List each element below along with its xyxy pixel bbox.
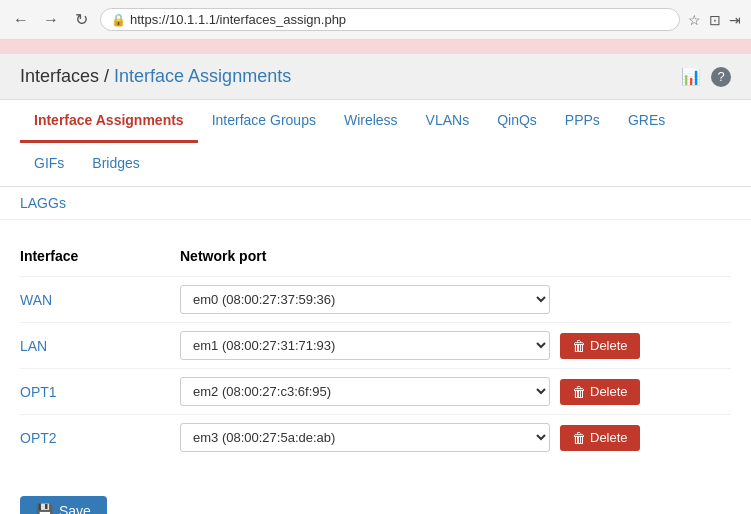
back-button[interactable]: ← (10, 9, 32, 31)
chart-icon[interactable]: 📊 (681, 67, 701, 87)
delete-label: Delete (590, 338, 628, 353)
reload-button[interactable]: ↻ (70, 9, 92, 31)
port-select-opt1[interactable]: em2 (08:00:27:c3:6f:95) (180, 377, 550, 406)
delete-button-lan[interactable]: 🗑Delete (560, 333, 640, 359)
sub-tabs: LAGGs (0, 187, 751, 220)
browser-actions: ☆ ⊡ ⇥ (688, 12, 741, 28)
tab-gifs[interactable]: GIFs (20, 143, 78, 186)
help-icon[interactable]: ? (711, 67, 731, 87)
tab-vlans[interactable]: VLANs (412, 100, 484, 143)
tab-interface-assignments[interactable]: Interface Assignments (20, 100, 198, 143)
footer: 💾 Save (0, 480, 751, 514)
delete-button-opt1[interactable]: 🗑Delete (560, 379, 640, 405)
breadcrumb: Interfaces / Interface Assignments (20, 66, 291, 87)
table-row: OPT1em2 (08:00:27:c3:6f:95)🗑Delete (20, 368, 731, 414)
interface-name-lan[interactable]: LAN (20, 338, 180, 354)
table-row: LANem1 (08:00:27:31:71:93)🗑Delete (20, 322, 731, 368)
browser-bar: ← → ↻ 🔒 https://10.1.1.1/interfaces_assi… (0, 0, 751, 40)
menu-icon[interactable]: ⊡ (709, 12, 721, 28)
table-header: Interface Network port (20, 240, 731, 272)
trash-icon: 🗑 (572, 430, 586, 446)
delete-label: Delete (590, 384, 628, 399)
port-select-opt2[interactable]: em3 (08:00:27:5a:de:ab) (180, 423, 550, 452)
table-rows: WANem0 (08:00:27:37:59:36)LANem1 (08:00:… (20, 276, 731, 460)
tab-gres[interactable]: GREs (614, 100, 679, 143)
tab-wireless[interactable]: Wireless (330, 100, 412, 143)
delete-button-opt2[interactable]: 🗑Delete (560, 425, 640, 451)
interface-name-opt1[interactable]: OPT1 (20, 384, 180, 400)
tab-bridges[interactable]: Bridges (78, 143, 153, 186)
tab-qinqs[interactable]: QinQs (483, 100, 551, 143)
trash-icon: 🗑 (572, 338, 586, 354)
interface-name-opt2[interactable]: OPT2 (20, 430, 180, 446)
url-text: https://10.1.1.1/interfaces_assign.php (130, 12, 346, 27)
tab-interface-groups[interactable]: Interface Groups (198, 100, 330, 143)
header-icons: 📊 ? (681, 67, 731, 87)
tabs-container: Interface AssignmentsInterface GroupsWir… (0, 100, 751, 187)
bookmark-icon[interactable]: ☆ (688, 12, 701, 28)
forward-button[interactable]: → (40, 9, 62, 31)
address-bar[interactable]: 🔒 https://10.1.1.1/interfaces_assign.php (100, 8, 680, 31)
table-row: WANem0 (08:00:27:37:59:36) (20, 276, 731, 322)
port-select-lan[interactable]: em1 (08:00:27:31:71:93) (180, 331, 550, 360)
main-content: Interface Network port WANem0 (08:00:27:… (0, 220, 751, 480)
lock-icon: 🔒 (111, 13, 126, 27)
breadcrumb-current: Interface Assignments (114, 66, 291, 86)
save-icon: 💾 (36, 503, 53, 514)
col-port-header: Network port (180, 248, 731, 264)
tabs: Interface AssignmentsInterface GroupsWir… (20, 100, 731, 186)
breadcrumb-static: Interfaces / (20, 66, 109, 86)
interface-name-wan[interactable]: WAN (20, 292, 180, 308)
top-banner (0, 40, 751, 54)
trash-icon: 🗑 (572, 384, 586, 400)
laggs-tab[interactable]: LAGGs (20, 195, 66, 211)
table-row: OPT2em3 (08:00:27:5a:de:ab)🗑Delete (20, 414, 731, 460)
port-select-wan[interactable]: em0 (08:00:27:37:59:36) (180, 285, 550, 314)
delete-label: Delete (590, 430, 628, 445)
save-label: Save (59, 503, 91, 514)
extension-icon[interactable]: ⇥ (729, 12, 741, 28)
tab-ppps[interactable]: PPPs (551, 100, 614, 143)
save-button[interactable]: 💾 Save (20, 496, 107, 514)
col-interface-header: Interface (20, 248, 180, 264)
page-header: Interfaces / Interface Assignments 📊 ? (0, 54, 751, 100)
